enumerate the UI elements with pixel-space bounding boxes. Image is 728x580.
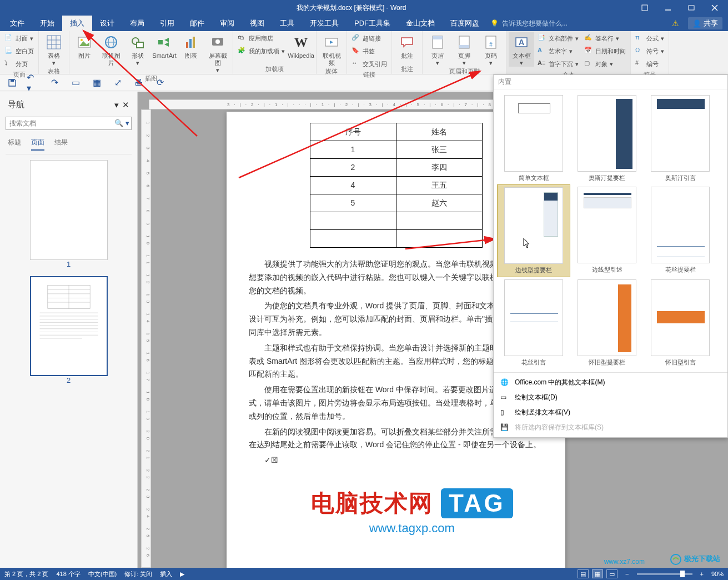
maximize-icon[interactable] (680, 1, 702, 14)
textbox-preset-simple[interactable]: 简单文本框 (497, 93, 570, 184)
more-textboxes-office[interactable]: 🌐Office.com 中的其他文本框(M) (494, 375, 727, 390)
nav-tab-headings[interactable]: 标题 (8, 138, 21, 151)
table-cell[interactable]: 4 (310, 177, 396, 194)
table-cell[interactable] (396, 230, 482, 248)
view-print-layout[interactable]: ▦ (592, 569, 603, 578)
nav-tab-results[interactable]: 结果 (54, 138, 68, 151)
draw-textbox[interactable]: ▭绘制文本框(D) (494, 390, 727, 405)
table-cell[interactable]: 王五 (396, 177, 482, 194)
table-cell[interactable] (396, 212, 482, 230)
view-web-layout[interactable]: ▭ (606, 569, 617, 578)
zoom-slider[interactable] (637, 573, 692, 575)
tab-baidu[interactable]: 百度网盘 (443, 16, 487, 31)
textbox-preset-retrospect-quote[interactable]: 怀旧型引言 (644, 277, 717, 369)
paragraph[interactable]: ✓☒ (249, 454, 543, 467)
table-cell[interactable]: 李四 (396, 159, 482, 177)
warning-icon[interactable]: ⚠ (672, 19, 679, 28)
tab-design[interactable]: 设计 (92, 16, 122, 31)
my-addins-button[interactable]: 🧩我的加载项 ▾ (235, 45, 287, 57)
table-button[interactable]: 表格▾ (41, 32, 67, 67)
data-table[interactable]: 序号姓名 1张三 2李四 4王五 5赵六 (310, 123, 483, 248)
tab-file[interactable]: 文件 (2, 16, 32, 31)
tab-insert[interactable]: 插入 (62, 16, 92, 31)
datetime-button[interactable]: 📅日期和时间 (582, 45, 628, 57)
draw-vertical-textbox[interactable]: ▯绘制竖排文本框(V) (494, 405, 727, 420)
textbox-button[interactable]: A 文本框▾ (509, 32, 534, 67)
shapes-button[interactable]: 形状▾ (125, 32, 150, 67)
tab-mailings[interactable]: 邮件 (182, 16, 212, 31)
textbox-preset-filigree-quote[interactable]: 花丝引言 (497, 277, 570, 369)
nav-search-input[interactable] (6, 117, 132, 130)
online-video-button[interactable]: 联机视频 (319, 32, 344, 67)
dropcap-button[interactable]: A≡首字下沉 ▾ (535, 58, 581, 70)
textbox-preset-austin-sidebar[interactable]: 奥斯汀提要栏 (570, 93, 644, 184)
tab-home[interactable]: 开始 (32, 16, 62, 31)
status-language[interactable]: 中文(中国) (88, 570, 117, 578)
tab-layout[interactable]: 布局 (122, 16, 152, 31)
tab-references[interactable]: 引用 (152, 16, 182, 31)
tab-devtools[interactable]: 开发工具 (302, 16, 347, 31)
cover-page-button[interactable]: 📄封面 ▾ (2, 32, 36, 44)
cross-reference-button[interactable]: ↔交叉引用 (349, 58, 389, 70)
minimize-icon[interactable] (657, 1, 679, 14)
blank-page-button[interactable]: 📃空白页 (2, 45, 36, 57)
table-cell[interactable]: 1 (310, 141, 396, 159)
signature-button[interactable]: ✍签名行 ▾ (582, 32, 628, 44)
pictures-button[interactable]: 图片 (72, 32, 97, 59)
status-insert-mode[interactable]: 插入 (160, 570, 172, 578)
status-macro-icon[interactable]: ▶ (180, 571, 184, 578)
number-button[interactable]: #编号 (633, 58, 666, 70)
tell-me-input[interactable]: 💡 告诉我您想要做什么... (487, 16, 568, 31)
qat-btn-6[interactable]: ⤢ (111, 76, 124, 89)
hyperlink-button[interactable]: 🔗超链接 (349, 32, 389, 44)
smartart-button[interactable]: SmartArt (152, 32, 177, 59)
screenshot-button[interactable]: 屏幕截图▾ (205, 32, 230, 74)
nav-dropdown-icon[interactable]: ▾ (114, 100, 119, 110)
quick-parts-button[interactable]: 📑文档部件 ▾ (535, 32, 581, 44)
table-cell[interactable] (310, 230, 396, 248)
view-read-mode[interactable]: ▤ (578, 569, 589, 578)
table-cell[interactable]: 赵六 (396, 194, 482, 212)
wordart-button[interactable]: A艺术字 ▾ (535, 45, 581, 57)
table-cell[interactable] (310, 212, 396, 230)
qat-btn-5[interactable]: ▦ (90, 76, 103, 89)
nav-tab-pages[interactable]: 页面 (31, 138, 44, 151)
comment-button[interactable]: 批注 (394, 32, 420, 59)
tab-tools[interactable]: 工具 (272, 16, 302, 31)
redo-button[interactable]: ↷ (48, 76, 61, 89)
page-thumbnail-1[interactable] (30, 160, 108, 260)
ribbon-options-icon[interactable] (634, 1, 656, 14)
search-icon[interactable]: 🔍 ▾ (114, 119, 129, 127)
nav-close-icon[interactable]: ✕ (122, 100, 129, 110)
store-button[interactable]: 🛍应用商店 (235, 32, 287, 44)
status-word-count[interactable]: 418 个字 (56, 570, 80, 578)
qat-btn-4[interactable]: ▭ (69, 76, 82, 89)
zoom-in-button[interactable]: + (700, 571, 704, 577)
wikipedia-button[interactable]: WWikipedia (288, 32, 314, 59)
tab-pdftools[interactable]: PDF工具集 (347, 16, 398, 31)
status-page[interactable]: 第 2 页，共 2 页 (4, 570, 48, 578)
textbox-preset-filigree-sidebar[interactable]: 花丝提要栏 (644, 184, 717, 277)
chart-button[interactable]: 图表 (178, 32, 204, 59)
vertical-ruler[interactable]: 1 2 3 4 5 6 7 8 9 10 11 12 13 14 15 16 1… (141, 109, 151, 568)
table-cell[interactable]: 张三 (396, 141, 482, 159)
object-button[interactable]: ▢对象 ▾ (582, 58, 628, 70)
tab-review[interactable]: 审阅 (212, 16, 242, 31)
footer-button[interactable]: 页脚▾ (451, 32, 477, 67)
status-track-changes[interactable]: 修订: 关闭 (124, 570, 152, 578)
header-button[interactable]: 页眉▾ (425, 32, 450, 67)
page-break-button[interactable]: ⤵分页 (2, 58, 36, 70)
close-icon[interactable] (704, 1, 726, 14)
bookmark-button[interactable]: 🔖书签 (349, 45, 389, 57)
table-cell[interactable]: 姓名 (396, 123, 482, 141)
page-thumbnail-2[interactable] (30, 276, 108, 376)
tab-wps[interactable]: 金山文档 (398, 16, 443, 31)
page-number-button[interactable]: #页码▾ (478, 32, 504, 67)
save-button[interactable] (6, 76, 19, 89)
share-button[interactable]: 👤 共享 (688, 17, 722, 29)
qat-btn-8[interactable]: ⟳ (153, 76, 167, 89)
online-pictures-button[interactable]: 联机图片 (98, 32, 124, 67)
zoom-level[interactable]: 90% (711, 571, 724, 577)
table-cell[interactable]: 5 (310, 194, 396, 212)
zoom-out-button[interactable]: − (625, 571, 629, 577)
